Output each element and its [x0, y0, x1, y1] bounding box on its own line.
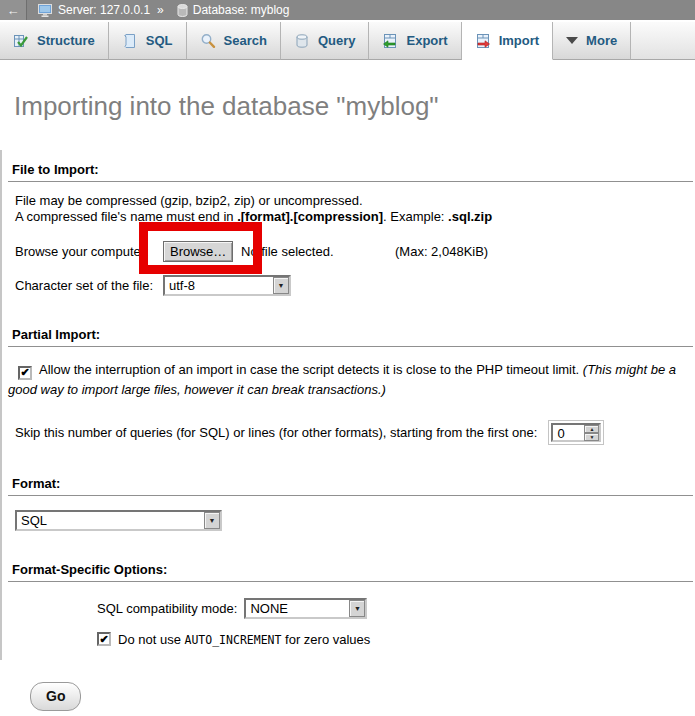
tab-label: Query	[318, 33, 356, 48]
tab-query[interactable]: Query	[281, 22, 370, 60]
browse-button[interactable]: Browse…	[163, 241, 233, 262]
compression-example: .sql.zip	[448, 209, 492, 224]
frame-divider	[0, 150, 2, 660]
compat-dropdown-arrow-icon[interactable]: ▼	[349, 600, 365, 617]
tab-structure[interactable]: Structure	[0, 22, 109, 60]
tab-search[interactable]: Search	[187, 22, 281, 60]
breadcrumb-database[interactable]: Database: myblog	[193, 3, 290, 17]
database-icon	[177, 4, 188, 17]
skip-queries-input-frame: 0 ▲ ▼	[548, 420, 604, 445]
skip-queries-row: Skip this number of queries (for SQL) or…	[15, 421, 693, 445]
sql-icon	[122, 33, 138, 49]
stepper-buttons: ▲ ▼	[584, 425, 599, 440]
format-select[interactable]: SQL ▼	[15, 510, 222, 531]
sql-compatibility-select[interactable]: NONE ▼	[244, 598, 367, 619]
page-title: Importing into the database "myblog"	[14, 92, 693, 120]
breadcrumb-server[interactable]: Server: 127.0.0.1	[58, 3, 150, 17]
section-rule	[8, 346, 693, 347]
browse-label: Browse your computer:	[15, 244, 163, 259]
charset-selected-value: utf-8	[165, 277, 273, 294]
tab-export[interactable]: Export	[369, 22, 461, 60]
auto-increment-text: Do not use AUTO_INCREMENT for zero value…	[118, 632, 370, 647]
allow-interruption-text: Allow the interruption of an import in c…	[39, 362, 583, 377]
chevron-down-icon	[566, 37, 578, 44]
tab-label: Structure	[37, 33, 95, 48]
browse-row: Browse your computer: Browse… No file se…	[15, 240, 693, 262]
allow-interruption-row: ✔Allow the interruption of an import in …	[8, 360, 691, 399]
compression-line2-prefix: A compressed file's name must end in	[15, 209, 237, 224]
tab-label: Export	[406, 33, 447, 48]
stepper-down-icon[interactable]: ▼	[584, 433, 599, 441]
auto-increment-code: AUTO_INCREMENT	[185, 633, 282, 647]
skip-queries-label: Skip this number of queries (for SQL) or…	[15, 425, 537, 440]
sql-compatibility-label: SQL compatibility mode:	[97, 601, 237, 616]
go-button[interactable]: Go	[30, 682, 81, 711]
charset-row: Character set of the file: utf-8 ▼	[15, 274, 693, 296]
back-button[interactable]: ←	[0, 0, 27, 20]
section-rule	[8, 181, 693, 182]
skip-queries-stepper[interactable]: 0 ▲ ▼	[551, 423, 601, 442]
tab-more[interactable]: More	[553, 22, 631, 60]
search-icon	[200, 33, 216, 49]
import-icon	[475, 33, 491, 49]
charset-dropdown-arrow-icon[interactable]: ▼	[273, 277, 289, 294]
section-rule	[8, 495, 693, 496]
structure-icon	[13, 33, 29, 49]
compression-note: File may be compressed (gzip, bzip2, zip…	[15, 193, 693, 225]
section-heading-format-options: Format-Specific Options:	[12, 562, 693, 577]
compression-line1: File may be compressed (gzip, bzip2, zip…	[15, 193, 363, 208]
sql-compatibility-value: NONE	[246, 600, 349, 617]
tab-label: Search	[224, 33, 267, 48]
section-heading-partial-import: Partial Import:	[12, 327, 693, 342]
section-heading-file-to-import: File to Import:	[12, 162, 693, 177]
stepper-up-icon[interactable]: ▲	[584, 425, 599, 433]
tab-label: Import	[499, 33, 539, 48]
breadcrumb-bar: ← Server: 127.0.0.1 » Database: myblog	[0, 0, 695, 20]
skip-queries-value[interactable]: 0	[553, 425, 584, 440]
main-content: Importing into the database "myblog" Fil…	[0, 92, 695, 711]
tab-import[interactable]: Import	[462, 22, 553, 60]
compression-line2-mid: . Example:	[383, 209, 448, 224]
tab-bar: Structure SQL Search Query	[0, 22, 695, 60]
max-upload-size: (Max: 2,048KiB)	[395, 244, 488, 259]
back-arrow-icon: ←	[7, 3, 20, 18]
auto-increment-checkbox[interactable]: ✔	[97, 632, 111, 646]
section-rule	[8, 581, 693, 582]
format-selected-value: SQL	[17, 512, 204, 529]
query-icon	[294, 33, 310, 49]
tab-label: SQL	[146, 33, 173, 48]
sql-compatibility-row: SQL compatibility mode: NONE ▼	[97, 597, 693, 621]
no-file-status: No file selected.	[241, 244, 334, 259]
breadcrumb-separator: »	[157, 3, 164, 17]
auto-increment-row: ✔ Do not use AUTO_INCREMENT for zero val…	[97, 632, 693, 647]
format-dropdown-arrow-icon[interactable]: ▼	[204, 512, 220, 529]
compression-format-pattern: .[format].[compression]	[237, 209, 383, 224]
allow-interruption-checkbox[interactable]: ✔	[18, 366, 32, 380]
charset-select[interactable]: utf-8 ▼	[163, 275, 291, 296]
charset-label: Character set of the file:	[15, 278, 163, 293]
export-icon	[382, 33, 398, 49]
tab-sql[interactable]: SQL	[109, 22, 187, 60]
tabbar-filler	[631, 22, 695, 60]
section-heading-format: Format:	[12, 476, 693, 491]
tab-label: More	[586, 33, 617, 48]
server-icon	[38, 4, 53, 17]
